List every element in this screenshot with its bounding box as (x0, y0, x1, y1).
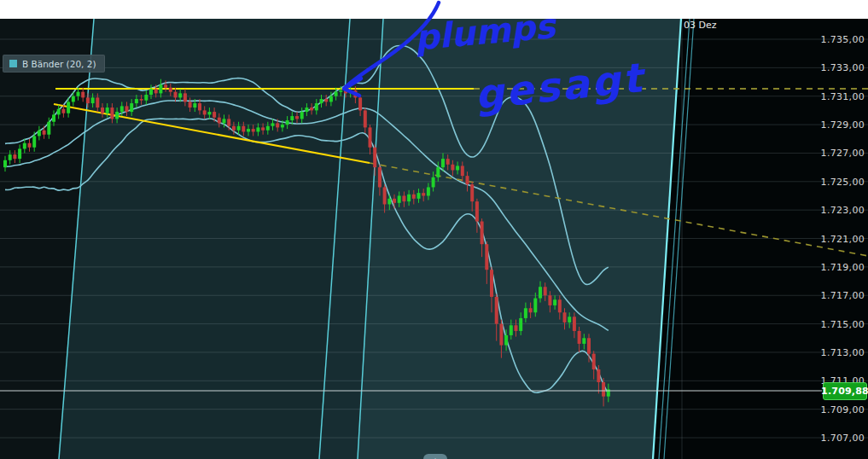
candle-body-up (387, 199, 391, 205)
candle-body-down (499, 324, 503, 346)
candle-body-down (198, 103, 201, 110)
candle-body-up (524, 308, 527, 318)
candle-body-down (261, 127, 265, 130)
candle-body-down (587, 338, 591, 353)
candle-body-down (61, 109, 65, 113)
candle-body-up (18, 148, 21, 159)
price-axis-label: 1.735,00 (821, 35, 865, 44)
candle-body-down (164, 84, 167, 87)
candle-body-down (28, 143, 32, 148)
price-axis-label: 1.709,00 (821, 405, 865, 415)
price-axis-label: 1.707,00 (821, 433, 865, 443)
candle-body-up (533, 299, 537, 313)
candle-body-down (558, 299, 562, 312)
legend-label: B Bänder (20, 2) (22, 59, 96, 69)
candle-body-down (203, 110, 207, 114)
candle-body-up (52, 114, 55, 121)
candle-body-up (335, 92, 338, 96)
price-axis-label: 1.713,00 (821, 348, 865, 357)
candle-body-up (67, 102, 70, 113)
candle-body-down (481, 222, 484, 245)
candle-body-down (81, 92, 84, 98)
candle-body-up (178, 93, 182, 97)
price-axis-label: 1.727,00 (821, 148, 865, 158)
candle-body-down (412, 195, 416, 199)
candle-body-down (189, 102, 192, 107)
candle-body-down (276, 123, 279, 127)
candle-body-down (184, 93, 187, 102)
candle-body-up (3, 160, 7, 167)
candle-body-up (72, 96, 75, 102)
candle-body-down (422, 193, 425, 195)
expand-panel-button[interactable]: ▴ (423, 454, 447, 459)
candle-body-up (286, 120, 289, 125)
legend-swatch-icon (9, 60, 17, 67)
trading-chart-window: plumps gesagt 1.735,001.733,001.731,001.… (0, 0, 868, 459)
price-chart-canvas[interactable]: plumps gesagt (0, 0, 868, 459)
candle-body-up (9, 154, 12, 160)
candle-body-down (451, 165, 454, 171)
candle-body-up (266, 126, 270, 131)
candle-body-up (510, 325, 513, 335)
candle-body-down (295, 116, 299, 119)
candle-body-up (539, 287, 542, 298)
candle-body-up (237, 126, 241, 131)
candle-body-up (247, 129, 250, 131)
candle-body-down (86, 97, 90, 103)
candle-body-up (77, 92, 80, 96)
candle-body-down (383, 187, 387, 204)
candle-body-down (140, 99, 143, 101)
candle-body-up (329, 96, 333, 102)
candle-body-up (339, 90, 342, 92)
candle-body-down (393, 199, 396, 203)
candle-body-up (290, 116, 294, 120)
candle-body-down (402, 195, 405, 201)
candle-body-down (324, 99, 328, 102)
candle-body-up (281, 125, 284, 127)
candle-body-up (159, 84, 162, 93)
candle-body-down (548, 295, 551, 305)
candle-body-down (592, 354, 596, 369)
candle-body-up (144, 95, 148, 101)
candle-body-down (358, 97, 362, 110)
candle-body-up (256, 127, 259, 131)
candle-body-up (417, 193, 421, 199)
candle-body-down (515, 325, 518, 331)
candle-body-up (441, 159, 445, 167)
candle-body-up (23, 143, 26, 149)
price-axis-label: 1.723,00 (821, 206, 865, 215)
candle-body-down (310, 107, 313, 110)
candle-body-down (378, 167, 382, 187)
candle-body-down (96, 97, 99, 107)
candle-body-down (446, 159, 450, 165)
candle-body-up (519, 318, 522, 331)
price-axis-label: 1.715,00 (821, 320, 865, 329)
candle-body-down (597, 369, 600, 382)
candle-body-down (466, 176, 469, 184)
candle-body-down (213, 112, 216, 118)
candle-body-down (101, 107, 104, 113)
candle-body-down (475, 201, 479, 221)
candle-body-up (207, 112, 211, 114)
candle-body-down (373, 148, 376, 167)
candle-body-down (573, 317, 576, 331)
candle-body-up (120, 106, 124, 112)
candle-body-down (544, 287, 547, 295)
candle-body-up (106, 107, 109, 113)
candle-body-up (300, 112, 304, 119)
indicator-legend[interactable]: B Bänder (20, 2) (3, 55, 105, 73)
candle-body-up (193, 103, 196, 107)
candle-body-up (504, 335, 508, 346)
candle-body-up (456, 166, 459, 170)
x-axis-date-label: 03 Dez (684, 20, 717, 31)
candle-body-down (227, 119, 230, 125)
candle-body-up (553, 299, 556, 305)
candle-body-down (43, 131, 46, 135)
candle-body-down (174, 92, 178, 98)
candle-body-up (130, 103, 133, 112)
candle-body-up (149, 89, 153, 95)
price-axis-label: 1.729,00 (821, 120, 865, 130)
current-price-badge: 1.709,88 (823, 382, 867, 400)
candle-body-up (38, 131, 41, 137)
candle-body-down (490, 270, 493, 297)
